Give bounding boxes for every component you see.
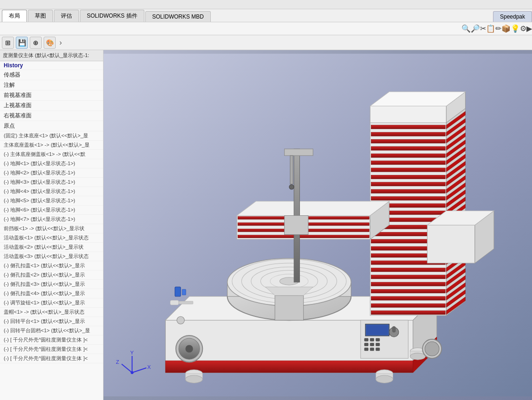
tree-item-foot7[interactable]: (-) 地脚<7> (默认<显示状态-1>) [0, 215, 103, 224]
svg-rect-38 [371, 268, 445, 271]
svg-rect-103 [366, 325, 388, 335]
svg-point-119 [425, 342, 439, 356]
svg-rect-20 [371, 139, 445, 143]
svg-text:X: X [147, 364, 151, 370]
tree-item-sensor[interactable]: 传感器 [0, 70, 103, 80]
search-icon[interactable]: 🔍 [461, 24, 471, 33]
tree-item-top-plane[interactable]: 上视基准面 [0, 101, 103, 111]
save-icon-btn[interactable]: 💾 [16, 37, 28, 49]
tab-layout[interactable]: 布局 [2, 10, 27, 22]
svg-rect-122 [182, 289, 186, 295]
svg-rect-24 [371, 168, 445, 172]
svg-text:Y: Y [130, 350, 134, 355]
tree-item-side-cap1[interactable]: (-) 侧孔扣盖<1> (默认<<默认>_显示 [0, 261, 103, 271]
tab-evaluate[interactable]: 评估 [54, 10, 79, 22]
grid-icon-btn[interactable]: ⊞ [2, 37, 14, 49]
tree-item-foot1[interactable]: (-) 地脚<1> (默认<显示状态-1>) [0, 159, 103, 168]
tab-sketch[interactable]: 草图 [28, 10, 53, 22]
svg-rect-40 [371, 282, 445, 286]
svg-rect-26 [371, 182, 445, 186]
tree-item-cover3[interactable]: 活动盖板<3> (默认<<默认>_显示状态 [0, 252, 103, 261]
svg-rect-97 [285, 149, 313, 155]
play-icon[interactable]: ▶ [526, 24, 532, 33]
tree-item-micrometer1[interactable]: (-) [ 千分尺外壳^圆柱度测量仪主体 ]< [0, 335, 103, 345]
svg-rect-39 [371, 275, 445, 279]
icon-toolbar: ⊞ 💾 ⊕ 🎨 › [0, 35, 532, 50]
top-toolbar [0, 0, 532, 9]
tree-item-cover1[interactable]: 活动盖板<1> (默认<<默认>_显示状态 [0, 233, 103, 243]
tree-item-cap[interactable]: 盖帽<1> -> (默认<<默认>_显示状态 [0, 308, 103, 317]
tree-item-foot3[interactable]: (-) 地脚<3> (默认<显示状态-1>) [0, 178, 103, 187]
bulb-icon[interactable]: 💡 [511, 24, 520, 33]
svg-rect-110 [370, 343, 374, 346]
svg-point-8 [185, 375, 202, 383]
tree-item-history[interactable]: History [0, 61, 103, 70]
svg-rect-28 [371, 196, 445, 200]
svg-rect-123 [170, 300, 179, 305]
tree-item-side-cover[interactable]: (-) 主体底座侧盖板<1> -> (默认<<默 [0, 150, 103, 159]
tree-item-micrometer3[interactable]: (-) [ 千分尺外壳^圆柱度测量仪主体 ]< [0, 354, 103, 363]
tree-item-foot6[interactable]: (-) 地脚<6> (默认<显示状态-1>) [0, 206, 103, 215]
svg-rect-18 [371, 125, 445, 129]
scissors-icon[interactable]: ✂ [480, 24, 486, 33]
tree-item-side-cap3[interactable]: (-) 侧孔扣盖<3> (默认<<默认>_显示 [0, 280, 103, 289]
svg-rect-19 [371, 132, 445, 136]
viewport[interactable]: X Y Z [104, 50, 532, 400]
svg-rect-27 [371, 189, 445, 193]
svg-point-14 [410, 353, 425, 360]
tree-item-foot5[interactable]: (-) 地脚<5> (默认<显示状态-1>) [0, 196, 103, 206]
tree-item-base1[interactable]: (固定) 主体底座<1> (默认<<默认>_显 [0, 131, 103, 141]
tree-item-cover2[interactable]: 活动盖板<2> (默认<<默认>_显示状 [0, 243, 103, 252]
color-icon: 🎨 [46, 39, 54, 46]
gear-icon[interactable]: ⚙ [520, 24, 526, 33]
clipboard-icon[interactable]: 📋 [486, 24, 495, 33]
tree-item-origin[interactable]: 原点 [0, 121, 103, 131]
svg-rect-42 [371, 297, 445, 300]
tree-item-side-cap2[interactable]: (-) 侧孔扣盖<2> (默认<<默认>_显示 [0, 271, 103, 280]
tree-item-right-plane[interactable]: 右视基准面 [0, 111, 103, 121]
svg-rect-81 [238, 235, 369, 238]
left-panel-header: 度测量仪主体 (默认<默认_显示状态-1: [0, 50, 103, 61]
svg-marker-4 [165, 361, 413, 373]
svg-rect-25 [371, 175, 445, 179]
svg-rect-22 [371, 154, 445, 157]
svg-rect-107 [370, 338, 374, 341]
tree-item-micrometer2[interactable]: (-) [ 千分尺外壳^圆柱度测量仪主体 ]< [0, 345, 103, 354]
grid-icon: ⊞ [5, 39, 11, 46]
svg-rect-124 [179, 301, 193, 304]
search2-icon[interactable]: 🔎 [471, 24, 480, 33]
svg-rect-111 [376, 343, 380, 346]
tree-item-annotation[interactable]: 注解 [0, 80, 103, 90]
package-icon[interactable]: 📦 [501, 24, 511, 33]
tree-item-base-cover[interactable]: 主体底座盖板<1> -> (默认<<默认>_显 [0, 141, 103, 150]
svg-rect-23 [371, 161, 445, 165]
svg-text:Z: Z [116, 359, 119, 365]
svg-rect-109 [364, 343, 368, 346]
machine-3d-view: X Y Z [104, 50, 532, 400]
svg-rect-44 [371, 311, 445, 315]
tree-item-front-plane[interactable]: 前视基准面 [0, 90, 103, 101]
expand-icon[interactable]: › [59, 39, 62, 47]
tree-item-turntable-stop[interactable]: (-) 回转平台固档<1> (默认<<默认>_显 [0, 326, 103, 335]
svg-rect-105 [393, 326, 396, 332]
svg-point-131 [130, 371, 133, 374]
tab-solidworks-plugin[interactable]: SOLIDWORKS 插件 [80, 10, 144, 22]
svg-rect-114 [376, 348, 380, 351]
speedpak-tab[interactable]: Speedpak [493, 11, 532, 22]
svg-rect-43 [371, 303, 445, 307]
plus-icon-btn[interactable]: ⊕ [30, 37, 42, 49]
pencil-icon[interactable]: ✏ [495, 24, 501, 33]
svg-point-117 [185, 345, 193, 352]
tab-solidworks-mbd[interactable]: SOLIDWORKS MBD [145, 11, 211, 22]
svg-rect-112 [364, 348, 368, 351]
svg-marker-77 [237, 201, 389, 216]
color-icon-btn[interactable]: 🎨 [44, 37, 56, 49]
tree-item-foot2[interactable]: (-) 地脚<2> (默认<显示状态-1>) [0, 168, 103, 178]
tree-item-side-cap4[interactable]: (-) 侧孔扣盖<4> (默认<<默认>_显示 [0, 289, 103, 298]
svg-rect-98 [290, 155, 293, 184]
tree-item-turntable[interactable]: (-) 回转平台<1> (默认<<默认>_显示 [0, 317, 103, 326]
tree-item-knob[interactable]: (-) 调节旋钮<1> (默认<<默认>_显示 [0, 298, 103, 308]
svg-rect-106 [364, 338, 368, 341]
tree-item-foot4[interactable]: (-) 地脚<4> (默认<显示状态-1>) [0, 187, 103, 196]
tree-item-front-panel[interactable]: 前挡板<1> -> (默认<<默认>_显示状 [0, 224, 103, 233]
